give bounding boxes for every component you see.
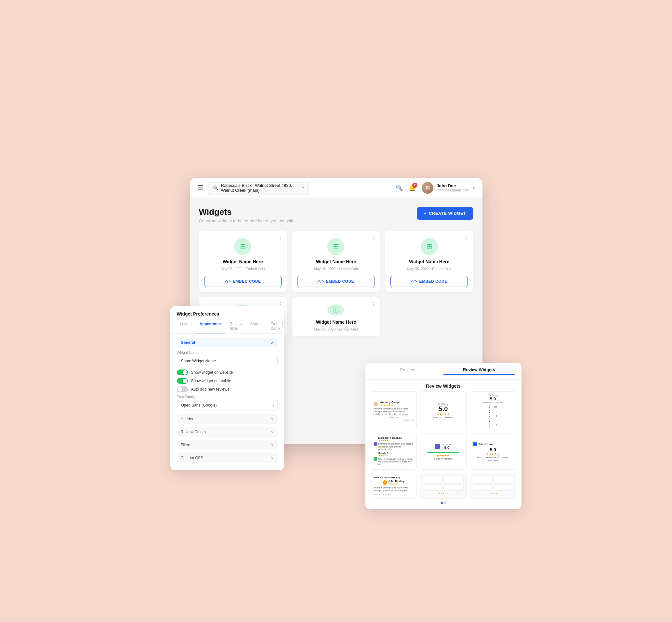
general-section-chevron-icon: ∧ (271, 340, 274, 345)
preview-card-customers-say[interactable]: What our customers say John Hasting ★★★★… (371, 473, 417, 499)
preview-tab-review-widgets[interactable]: Review Widgets (443, 367, 515, 375)
header-collapsible-label: Header (181, 417, 194, 421)
preview-card-grid-2[interactable]: ★★★★★ (470, 473, 516, 499)
card8-stars: ★★★★★ (438, 492, 448, 495)
card9-stars: ★★★★★ (488, 492, 498, 495)
review-colors-collapsible[interactable]: Review Colors ∨ (177, 427, 278, 437)
preview-card-our-reviews[interactable]: Our reviews 5.0 ★★★★★ Rating based on ou… (470, 434, 516, 470)
widget-name-input[interactable] (177, 356, 278, 366)
toggle-show-website-thumb (183, 370, 187, 375)
preview-card-grid-1[interactable]: ★★★★★ (420, 473, 467, 499)
tab-appearance[interactable]: Appearance (196, 320, 225, 334)
search-icon: 🔍 (213, 185, 219, 191)
pagination-dot-2[interactable] (444, 502, 446, 504)
review-colors-label: Review Colors (181, 429, 206, 434)
widget-icon-wrap-5: ⊞ (327, 305, 344, 316)
font-family-label: Font Family (177, 395, 278, 399)
bar-row-3: 3 ★ 0 (489, 414, 497, 418)
read-review-link-6[interactable]: Read review (488, 459, 498, 461)
widget-grid-icon-1: ⊞ (240, 242, 246, 251)
header-left: ☰ 🔍 Rabecca's Bistro: Walnut Street 4986… (198, 181, 309, 195)
search-button[interactable]: 🔍 (396, 184, 403, 192)
review-text-john: I've come to understand that in Forex tr… (374, 486, 414, 492)
filters-chevron-icon: ∨ (271, 443, 274, 447)
widget-grid-icon-5: ⊞ (333, 306, 339, 314)
widget-card-2: ⋮ ⊞ Widget Name Here May 05, 2022 • Embe… (292, 231, 380, 292)
preview-card-green-bar[interactable]: Our Rating 5.0 ★★★★★ Based on 5 reviews (420, 434, 467, 470)
our-rating-label-3: Our Rating (482, 394, 503, 396)
toggle-auto-add-label: Auto add new reviews (191, 387, 229, 391)
create-widget-button[interactable]: + CREATE WIDGET (417, 207, 473, 220)
font-family-select-wrap: Open Sans (Google) ▾ (177, 400, 278, 410)
review-colors-chevron-icon: ∨ (271, 429, 274, 434)
based-on-6: Rating based on our 743 reviews. (477, 456, 509, 459)
filters-collapsible[interactable]: Filters ∨ (177, 440, 278, 450)
code-icon-1: </> (225, 279, 231, 284)
preview-card-rating-bars[interactable]: Our Rating 5.0 Based on 713 reviews 5 ★ … (470, 391, 516, 430)
widget-grid-icon-3: ⊞ (426, 242, 432, 251)
preview-card-single-review[interactable]: Anthony Crespo ★★★★★ I've come to unders… (371, 391, 417, 430)
bar-row-4: 4 ★ 0 (489, 409, 497, 413)
toggle-show-website-switch[interactable] (177, 370, 188, 375)
preview-tab-preview[interactable]: Preview (372, 367, 443, 375)
widget-card-menu-1[interactable]: ⋮ (278, 235, 283, 241)
toggle-show-mobile: Show widget on mobile (177, 378, 278, 384)
widget-card-menu-5[interactable]: ⋮ (371, 301, 376, 307)
location-brand: Rabecca's Bistro: (221, 183, 254, 188)
rating-stars-5: ★★★★★ (437, 454, 449, 457)
preview-card-rating-summary[interactable]: Our Rating 5.0 ★★★★★ Read our 715 review… (420, 391, 467, 430)
toggle-auto-add-switch[interactable] (177, 386, 188, 392)
custom-css-collapsible[interactable]: Custom CSS ∨ (177, 453, 278, 463)
tab-source[interactable]: Source (247, 320, 266, 334)
our-rating-label-5: Our Rating (442, 443, 452, 446)
notification-button[interactable]: 🔔 2 (409, 184, 416, 192)
reviewer-stars-john: ★★★★★ (388, 483, 405, 485)
custom-css-label: Custom CSS (181, 456, 203, 460)
prefs-tabs: Layout Appearance Review Style Source Em… (170, 316, 284, 334)
reviewer-stars-1: ★★★★★ (380, 404, 401, 407)
header-collapsible[interactable]: Header ∨ (177, 414, 278, 424)
toggle-show-mobile-switch[interactable] (177, 378, 188, 384)
widget-card-5: ⋮ ⊞ Widget Name Here May 05, 2022 • Embe… (292, 297, 380, 336)
preview-panel: Preview Review Widgets Review Widgets An… (365, 363, 522, 509)
menu-button[interactable]: ☰ (198, 184, 203, 192)
reviewer-row-john: John Hasting ★★★★★ (383, 480, 405, 485)
embed-code-button-3[interactable]: </> EMBED CODE (391, 276, 468, 287)
widget-card-menu-3[interactable]: ⋮ (464, 235, 469, 241)
our-rating-label-2: Our Rating (438, 403, 448, 405)
tab-embed-code[interactable]: Embed Code (267, 320, 286, 334)
reviewer-stars-margaret: ★★★★★ (378, 439, 414, 442)
general-section[interactable]: General ∧ (177, 338, 278, 347)
reviewer-stars-sandy: ★★★★★ (378, 455, 414, 457)
embed-label-3: EMBED CODE (419, 279, 447, 284)
reviewer-name-john: John Hasting (388, 480, 405, 483)
widget-name-1: Widget Name Here (223, 259, 263, 264)
preview-card-multi-review[interactable]: Margaret Fernando ★★★★★ Everyone we deal… (371, 434, 417, 470)
read-reviews-2: Read our 715 reviews (433, 416, 453, 419)
widget-card-menu-2[interactable]: ⋮ (371, 235, 376, 241)
header: ☰ 🔍 Rabecca's Bistro: Walnut Street 4986… (190, 178, 482, 198)
tab-layout[interactable]: Layout (177, 320, 195, 334)
widget-grid-icon-2: ⊞ (333, 242, 339, 251)
location-search-bar[interactable]: 🔍 Rabecca's Bistro: Walnut Street 4986, … (208, 181, 309, 195)
user-details: John Doe johndoe@gmail.com (437, 183, 469, 192)
widget-name-2: Widget Name Here (316, 259, 356, 264)
bar-row-2: 2 ★ 0 (489, 418, 497, 422)
reviewer-row-margaret: Margaret Fernando ★★★★★ Everyone we deal… (374, 437, 414, 451)
rating-stars-2: ★★★★★ (437, 413, 449, 416)
embed-label-1: EMBED CODE (233, 279, 261, 284)
user-menu[interactable]: JD John Doe johndoe@gmail.com ▾ (422, 182, 474, 194)
reviewer-avatar-1 (374, 402, 378, 406)
based-on-5: Based on 5 reviews (434, 457, 452, 460)
avatar-image: JD (422, 182, 433, 194)
pagination-dot-1[interactable] (441, 502, 443, 504)
based-on-3: Based on 713 reviews (482, 401, 503, 404)
our-reviews-label-6: Our reviews (478, 443, 494, 446)
embed-code-button-1[interactable]: </> EMBED CODE (204, 276, 282, 287)
font-family-select[interactable]: Open Sans (Google) (177, 400, 278, 410)
location-chevron-icon: ▾ (302, 185, 304, 190)
page-title: Widgets (199, 207, 296, 217)
tab-review-style[interactable]: Review Style (226, 320, 245, 334)
review-widgets-title: Review Widgets (365, 380, 522, 391)
embed-code-button-2[interactable]: </> EMBED CODE (297, 276, 375, 287)
